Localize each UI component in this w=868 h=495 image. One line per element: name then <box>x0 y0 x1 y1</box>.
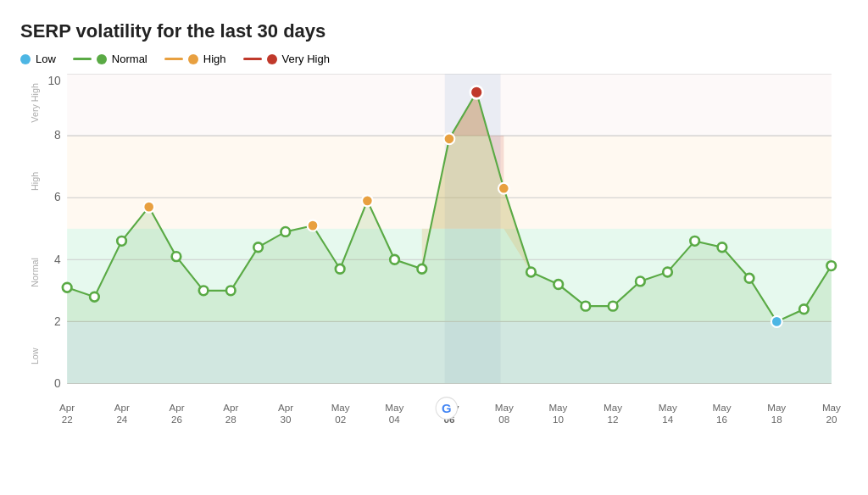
bandlabel-veryhigh: Very High <box>30 83 40 123</box>
xlabel-4b: 30 <box>280 414 291 425</box>
svg-text:G: G <box>442 401 452 415</box>
legend: Low Normal High Very High <box>20 53 848 65</box>
legend-low: Low <box>20 53 56 65</box>
xlabel-4: Apr <box>278 402 293 413</box>
xlabel-0b: 22 <box>62 414 73 425</box>
point-7 <box>253 242 263 252</box>
veryhigh-line <box>243 58 262 60</box>
xlabel-11: May <box>659 402 677 413</box>
bandlabel-normal: Normal <box>30 258 40 287</box>
xlabel-6: May <box>385 402 403 413</box>
high-dot <box>188 54 198 64</box>
xlabel-2: Apr <box>170 402 185 413</box>
legend-high: High <box>164 53 226 65</box>
point-10 <box>336 264 345 274</box>
point-12 <box>390 255 399 264</box>
veryhigh-dot <box>267 54 277 64</box>
point-11-high <box>362 195 373 206</box>
point-25 <box>745 274 754 283</box>
xlabel-14b: 20 <box>826 414 837 425</box>
xlabel-13b: 18 <box>771 414 782 425</box>
ylabel-2: 2 <box>54 314 61 328</box>
bandlabel-low: Low <box>30 348 40 364</box>
point-1 <box>90 292 99 302</box>
xlabel-10: May <box>604 402 622 413</box>
ylabel-4: 4 <box>54 253 61 266</box>
point-22 <box>663 268 672 277</box>
xlabel-2b: 26 <box>171 414 182 425</box>
google-logo: G <box>436 398 457 420</box>
point-8 <box>281 227 290 236</box>
point-13 <box>417 264 426 274</box>
point-16-high <box>498 183 509 194</box>
xlabel-6b: 04 <box>389 414 400 425</box>
xlabel-1b: 24 <box>116 414 127 425</box>
point-18 <box>554 280 563 289</box>
normal-dot <box>97 54 107 64</box>
point-28 <box>826 261 836 270</box>
point-24 <box>718 242 727 252</box>
bandlabel-high: High <box>30 172 40 191</box>
legend-normal: Normal <box>73 53 147 65</box>
ylabel-8: 8 <box>54 128 61 142</box>
low-dot <box>20 54 31 64</box>
xlabel-10b: 12 <box>608 414 619 425</box>
chart-area: 0 2 4 6 8 10 Low Normal High Very High A… <box>20 74 848 438</box>
point-27 <box>799 304 809 314</box>
legend-low-label: Low <box>36 53 56 65</box>
point-26-low <box>771 316 782 327</box>
point-5 <box>199 286 209 295</box>
high-line <box>164 58 183 60</box>
point-17 <box>526 268 536 277</box>
ylabel-0: 0 <box>54 376 61 390</box>
xlabel-3: Apr <box>223 402 238 413</box>
xlabel-3b: 28 <box>225 414 236 425</box>
xlabel-5b: 02 <box>335 414 346 425</box>
xlabel-11b: 14 <box>662 414 673 425</box>
normal-line <box>73 58 92 60</box>
point-9-high <box>308 220 319 231</box>
chart-svg: 0 2 4 6 8 10 Low Normal High Very High A… <box>20 74 848 438</box>
xlabel-9b: 10 <box>553 414 564 425</box>
point-19 <box>581 302 591 311</box>
point-0 <box>63 283 72 292</box>
point-15-veryhigh <box>470 86 483 98</box>
ylabel-6: 6 <box>54 190 61 203</box>
xlabel-8: May <box>495 402 514 413</box>
xlabel-12b: 16 <box>716 414 727 425</box>
point-23 <box>690 236 699 246</box>
ylabel-10: 10 <box>47 74 61 87</box>
xlabel-13: May <box>767 402 786 413</box>
xlabel-0: Apr <box>59 402 75 413</box>
legend-veryhigh: Very High <box>243 53 330 65</box>
legend-veryhigh-label: Very High <box>282 53 330 65</box>
point-3-high <box>143 202 154 213</box>
xlabel-8b: 08 <box>498 414 509 425</box>
chart-title: SERP volatility for the last 30 days <box>20 20 848 42</box>
legend-normal-label: Normal <box>112 53 147 65</box>
xlabel-9: May <box>548 402 567 413</box>
point-14-high <box>444 133 455 144</box>
point-2 <box>117 236 126 246</box>
xlabel-12: May <box>712 402 731 413</box>
legend-high-label: High <box>203 53 226 65</box>
point-6 <box>226 286 236 295</box>
point-20 <box>609 302 618 311</box>
point-21 <box>636 277 645 286</box>
point-4 <box>172 252 181 261</box>
xlabel-14: May <box>822 402 841 413</box>
main-container: SERP volatility for the last 30 days Low… <box>0 0 868 495</box>
xlabel-1: Apr <box>114 402 130 413</box>
xlabel-5: May <box>331 402 350 413</box>
